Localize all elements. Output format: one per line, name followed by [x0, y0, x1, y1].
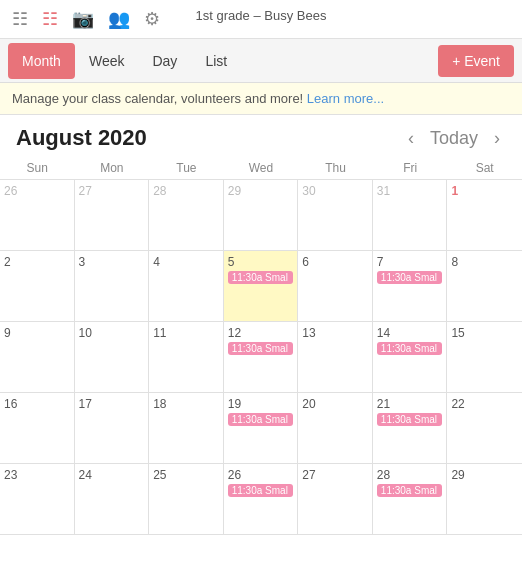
day-number: 23	[4, 468, 70, 482]
day-cell[interactable]: 2611:30a Smal	[224, 464, 299, 534]
day-cell[interactable]: 511:30a Smal	[224, 251, 299, 321]
day-cell[interactable]: 1	[447, 180, 522, 250]
day-number: 4	[153, 255, 219, 269]
day-number: 6	[302, 255, 368, 269]
tab-day[interactable]: Day	[138, 43, 191, 79]
day-cell[interactable]: 27	[75, 180, 150, 250]
week-row-2: 910111211:30a Smal131411:30a Smal15	[0, 322, 522, 393]
day-cell[interactable]: 15	[447, 322, 522, 392]
day-number: 20	[302, 397, 368, 411]
page-title: 1st grade – Busy Bees	[196, 8, 327, 23]
day-headers: Sun Mon Tue Wed Thu Fri Sat	[0, 157, 522, 180]
grid-icon[interactable]: ☷	[42, 8, 58, 30]
top-bar: ☷ ☷ 📷 👥 ⚙ 1st grade – Busy Bees	[0, 0, 522, 39]
day-cell[interactable]: 10	[75, 322, 150, 392]
day-header-tue: Tue	[149, 157, 224, 179]
week-row-0: 2627282930311	[0, 180, 522, 251]
event-pill[interactable]: 11:30a Smal	[228, 342, 294, 355]
day-cell[interactable]: 23	[0, 464, 75, 534]
day-number: 11	[153, 326, 219, 340]
day-cell[interactable]: 16	[0, 393, 75, 463]
day-cell[interactable]: 28	[149, 180, 224, 250]
day-number: 30	[302, 184, 368, 198]
event-pill[interactable]: 11:30a Smal	[377, 271, 443, 284]
day-cell[interactable]: 4	[149, 251, 224, 321]
day-cell[interactable]: 26	[0, 180, 75, 250]
day-cell[interactable]: 1211:30a Smal	[224, 322, 299, 392]
day-cell[interactable]: 1411:30a Smal	[373, 322, 448, 392]
day-number: 14	[377, 326, 443, 340]
calendar-grid: Sun Mon Tue Wed Thu Fri Sat 262728293031…	[0, 157, 522, 535]
day-number: 21	[377, 397, 443, 411]
day-cell[interactable]: 3	[75, 251, 150, 321]
tab-week[interactable]: Week	[75, 43, 139, 79]
add-event-button[interactable]: + Event	[438, 45, 514, 77]
day-number: 28	[377, 468, 443, 482]
day-number: 31	[377, 184, 443, 198]
day-cell[interactable]: 20	[298, 393, 373, 463]
day-number: 26	[4, 184, 70, 198]
day-number: 27	[302, 468, 368, 482]
calendar-header: August 2020 ‹ Today ›	[0, 115, 522, 157]
tab-list[interactable]: List	[191, 43, 241, 79]
day-number: 25	[153, 468, 219, 482]
event-pill[interactable]: 11:30a Smal	[228, 484, 294, 497]
calendar-title: August 2020	[16, 125, 147, 151]
day-cell[interactable]: 17	[75, 393, 150, 463]
day-number: 29	[228, 184, 294, 198]
day-cell[interactable]: 11	[149, 322, 224, 392]
day-cell[interactable]: 8	[447, 251, 522, 321]
gear-icon[interactable]: ⚙	[144, 8, 160, 30]
week-row-4: 2324252611:30a Smal272811:30a Smal29	[0, 464, 522, 535]
day-header-sun: Sun	[0, 157, 75, 179]
day-cell[interactable]: 29	[447, 464, 522, 534]
day-number: 7	[377, 255, 443, 269]
day-cell[interactable]: 9	[0, 322, 75, 392]
top-icons: ☷ ☷ 📷 👥 ⚙	[12, 8, 160, 30]
day-number: 15	[451, 326, 518, 340]
people-icon[interactable]: 👥	[108, 8, 130, 30]
day-cell[interactable]: 31	[373, 180, 448, 250]
calendar-nav: ‹ Today ›	[402, 126, 506, 151]
day-header-wed: Wed	[224, 157, 299, 179]
nav-bar: Month Week Day List + Event	[0, 39, 522, 83]
day-cell[interactable]: 2811:30a Smal	[373, 464, 448, 534]
day-cell[interactable]: 2	[0, 251, 75, 321]
event-pill[interactable]: 11:30a Smal	[377, 484, 443, 497]
prev-month-button[interactable]: ‹	[402, 126, 420, 151]
tab-month[interactable]: Month	[8, 43, 75, 79]
day-cell[interactable]: 6	[298, 251, 373, 321]
day-cell[interactable]: 13	[298, 322, 373, 392]
day-cell[interactable]: 25	[149, 464, 224, 534]
day-cell[interactable]: 29	[224, 180, 299, 250]
day-cell[interactable]: 24	[75, 464, 150, 534]
next-month-button[interactable]: ›	[488, 126, 506, 151]
day-number: 2	[4, 255, 70, 269]
day-number: 29	[451, 468, 518, 482]
event-pill[interactable]: 11:30a Smal	[377, 413, 443, 426]
day-header-sat: Sat	[447, 157, 522, 179]
event-pill[interactable]: 11:30a Smal	[228, 413, 294, 426]
day-cell[interactable]: 711:30a Smal	[373, 251, 448, 321]
day-number: 19	[228, 397, 294, 411]
day-number: 26	[228, 468, 294, 482]
week-row-3: 1617181911:30a Smal202111:30a Smal22	[0, 393, 522, 464]
day-cell[interactable]: 1911:30a Smal	[224, 393, 299, 463]
list-icon[interactable]: ☷	[12, 8, 28, 30]
day-number: 1	[451, 184, 518, 198]
day-number: 13	[302, 326, 368, 340]
day-cell[interactable]: 22	[447, 393, 522, 463]
day-number: 17	[79, 397, 145, 411]
day-cell[interactable]: 30	[298, 180, 373, 250]
day-number: 16	[4, 397, 70, 411]
week-row-1: 234511:30a Smal6711:30a Smal8	[0, 251, 522, 322]
day-cell[interactable]: 27	[298, 464, 373, 534]
event-pill[interactable]: 11:30a Smal	[228, 271, 294, 284]
today-button[interactable]: Today	[424, 126, 484, 151]
day-number: 27	[79, 184, 145, 198]
learn-more-link[interactable]: Learn more...	[307, 91, 384, 106]
image-icon[interactable]: 📷	[72, 8, 94, 30]
day-cell[interactable]: 18	[149, 393, 224, 463]
day-cell[interactable]: 2111:30a Smal	[373, 393, 448, 463]
event-pill[interactable]: 11:30a Smal	[377, 342, 443, 355]
